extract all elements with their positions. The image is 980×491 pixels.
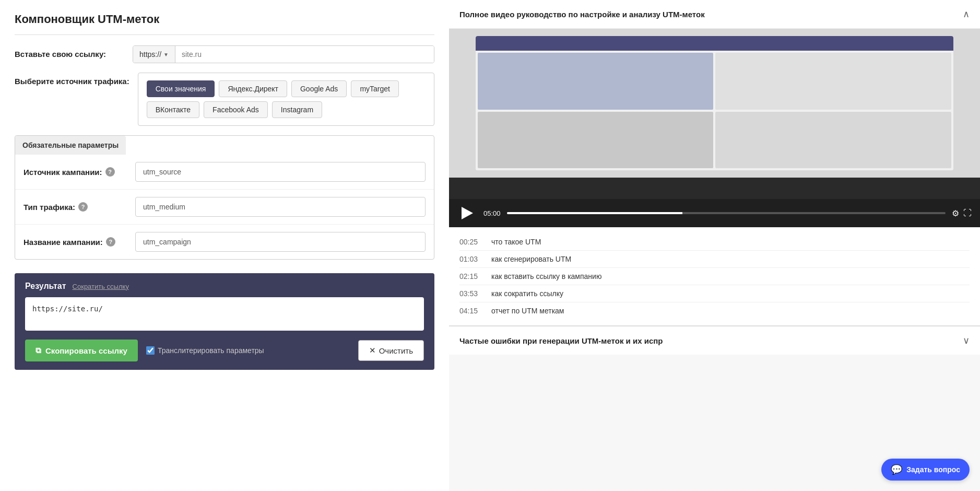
copy-button[interactable]: ⧉ Скопировать ссылку (25, 340, 138, 361)
chapter-time-5: 04:15 (459, 307, 483, 315)
clear-button[interactable]: ✕ Очистить (358, 340, 424, 361)
url-form-row: Вставьте свою ссылку: https:// ▼ (15, 45, 434, 63)
chevron-down-icon: ▼ (163, 52, 169, 57)
chapter-text-1: что такое UTM (491, 238, 541, 246)
chapter-time-3: 02:15 (459, 272, 483, 280)
traffic-btn-facebook[interactable]: Facebook Ads (204, 101, 268, 118)
url-input-row: https:// ▼ (133, 45, 434, 63)
traffic-btn-vk[interactable]: ВКонтакте (147, 101, 199, 118)
mockup-block-2 (715, 53, 951, 109)
play-button[interactable] (457, 203, 477, 223)
video-progress-fill (507, 212, 682, 214)
required-params-section: Обязательные параметры Источник кампании… (15, 135, 434, 260)
traffic-source-row: Выберите источник трафика: Свои значения… (15, 73, 434, 126)
medium-input[interactable] (135, 197, 426, 217)
required-params-header: Обязательные параметры (22, 141, 119, 149)
medium-param-row: Тип трафика: ? (15, 190, 434, 225)
protocol-text: https:// (139, 50, 161, 59)
chapter-row-4: 03:53 как сократить ссылку (459, 285, 970, 302)
result-textarea[interactable]: https://site.ru/ (25, 297, 424, 331)
clear-icon: ✕ (369, 346, 376, 355)
main-title: Компоновщик UTM-меток (15, 13, 434, 26)
video-progress-bar[interactable] (507, 212, 946, 214)
campaign-label: Название кампании: ? (23, 237, 128, 247)
chat-icon: 💬 (891, 464, 902, 475)
divider (15, 34, 434, 35)
chat-widget[interactable]: 💬 Задать вопрос (881, 459, 970, 481)
campaign-input[interactable] (135, 232, 426, 252)
protocol-select[interactable]: https:// ▼ (133, 46, 175, 63)
chapter-text-2: как сгенерировать UTM (491, 255, 571, 263)
transliterate-label[interactable]: Транслитерировать параметры (146, 346, 264, 355)
medium-label: Тип трафика: ? (23, 202, 128, 212)
video-mockup (476, 36, 953, 170)
source-help-icon[interactable]: ? (105, 167, 115, 177)
mockup-block-4 (715, 112, 951, 168)
video-container: 05:00 ⚙ ⛶ (449, 29, 980, 227)
traffic-source-buttons: Свои значения Яндекс.Директ Google Ads m… (138, 73, 434, 126)
video-controls-bar: 05:00 ⚙ ⛶ (449, 199, 980, 227)
result-actions: ⧉ Скопировать ссылку Транслитерировать п… (25, 340, 424, 361)
transliterate-checkbox[interactable] (146, 346, 155, 355)
mockup-content (476, 51, 953, 170)
video-header: Полное видео руководство по настройке и … (449, 0, 980, 29)
url-input[interactable] (175, 46, 434, 63)
url-label: Вставьте свою ссылку: (15, 45, 124, 59)
traffic-label: Выберите источник трафика: (15, 73, 129, 86)
left-panel: Компоновщик UTM-меток Вставьте свою ссыл… (0, 0, 449, 491)
faq-section: Частые ошибки при генерации UTM-меток и … (449, 326, 980, 355)
fullscreen-icon[interactable]: ⛶ (963, 208, 972, 218)
video-chapters: 00:25 что такое UTM 01:03 как сгенериров… (449, 227, 980, 325)
play-icon (462, 207, 473, 219)
copy-icon: ⧉ (36, 346, 41, 355)
traffic-btn-own[interactable]: Свои значения (147, 80, 215, 97)
chapter-text-5: отчет по UTM меткам (491, 307, 564, 315)
result-label: Результат (25, 282, 66, 291)
chapter-row-5: 04:15 отчет по UTM меткам (459, 302, 970, 319)
chapter-time-4: 03:53 (459, 289, 483, 298)
source-input[interactable] (135, 162, 426, 182)
traffic-btn-instagram[interactable]: Instagram (272, 101, 322, 118)
video-title: Полное видео руководство по настройке и … (459, 10, 705, 19)
chapter-time-2: 01:03 (459, 255, 483, 263)
url-input-group: https:// ▼ (133, 45, 434, 63)
chapter-text-3: как вставить ссылку в кампанию (491, 272, 601, 280)
traffic-btn-mytarget[interactable]: myTarget (351, 80, 399, 97)
faq-expand-button[interactable]: ∨ (963, 335, 970, 346)
result-section: Результат Сократить ссылку https://site.… (15, 273, 434, 370)
mockup-block-1 (478, 53, 714, 109)
traffic-buttons-group: Свои значения Яндекс.Директ Google Ads m… (138, 73, 434, 126)
faq-title: Частые ошибки при генерации UTM-меток и … (459, 336, 663, 345)
source-label: Источник кампании: ? (23, 167, 128, 177)
chapter-text-4: как сократить ссылку (491, 289, 563, 298)
mockup-block-3 (478, 112, 714, 168)
traffic-btn-yandex[interactable]: Яндекс.Директ (219, 80, 287, 97)
chat-label: Задать вопрос (906, 465, 960, 474)
chapter-row-2: 01:03 как сгенерировать UTM (459, 251, 970, 268)
video-thumbnail (449, 29, 980, 178)
medium-help-icon[interactable]: ? (78, 202, 88, 212)
campaign-help-icon[interactable]: ? (106, 237, 115, 247)
shorten-link[interactable]: Сократить ссылку (73, 283, 129, 290)
right-panel: Полное видео руководство по настройке и … (449, 0, 980, 491)
video-section: Полное видео руководство по настройке и … (449, 0, 980, 326)
chapter-time-1: 00:25 (459, 238, 483, 246)
collapse-button[interactable]: ∧ (963, 8, 970, 20)
chapter-row-3: 02:15 как вставить ссылку в кампанию (459, 268, 970, 285)
result-header: Результат Сократить ссылку (25, 282, 424, 291)
campaign-param-row: Название кампании: ? (15, 225, 434, 259)
mockup-header (476, 36, 953, 51)
video-timestamp: 05:00 (483, 209, 501, 217)
video-controls-right: ⚙ ⛶ (952, 208, 972, 218)
traffic-btn-google[interactable]: Google Ads (291, 80, 347, 97)
settings-icon[interactable]: ⚙ (952, 208, 959, 218)
chapter-row-1: 00:25 что такое UTM (459, 233, 970, 251)
source-param-row: Источник кампании: ? (15, 155, 434, 190)
